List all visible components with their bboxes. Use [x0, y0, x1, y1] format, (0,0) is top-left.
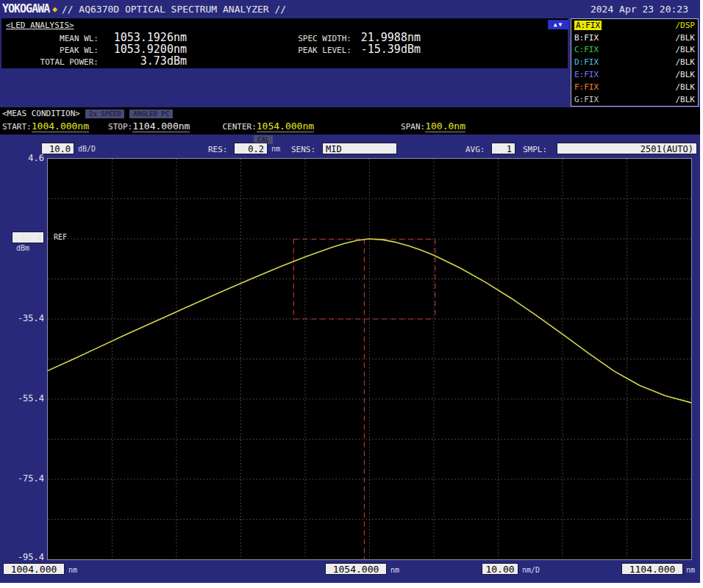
- stop-wavelength-field[interactable]: 1104.000nm: [132, 121, 190, 132]
- trace-f-name: F:FIX: [574, 82, 599, 92]
- spectrum-chart[interactable]: [47, 158, 692, 560]
- meas-condition-values-row: START: 1004.000nm STOP: 1104.000nm CENTE…: [0, 121, 700, 132]
- trace-b-name: B:FIX: [574, 33, 599, 43]
- x-axis-scale-unit-label: nm/D: [522, 566, 540, 574]
- speed-mode-badge: 2x SPEED: [85, 110, 124, 118]
- resolution-field[interactable]: 0.2: [234, 143, 268, 154]
- mean-wl-label: MEAN WL:: [1, 34, 99, 43]
- trace-row-f[interactable]: F:FIX /BLK: [571, 81, 698, 93]
- x-axis-stop-field[interactable]: 1104.000: [621, 563, 683, 575]
- trace-d-name: D:FIX: [574, 57, 599, 67]
- resolution-label: RES:: [208, 145, 228, 154]
- trace-scroll-arrows-icon[interactable]: ▲▼: [548, 20, 569, 29]
- y-axis-label-75: -75.4: [9, 473, 44, 484]
- start-wavelength-field[interactable]: 1004.000nm: [32, 121, 89, 132]
- trace-d-mode: /BLK: [676, 57, 696, 67]
- trace-row-g[interactable]: G:FIX /BLK: [571, 93, 698, 106]
- averaging-label: AVG:: [465, 145, 485, 154]
- spec-width-label: SPEC WIDTH:: [282, 34, 352, 43]
- analysis-row-mean-wl: MEAN WL: 1053.1926nm: [1, 31, 187, 43]
- trace-row-e[interactable]: E:FIX /BLK: [571, 68, 698, 81]
- brand-diamond-icon: ◆: [52, 4, 57, 14]
- x-axis-start-field[interactable]: 1004.000: [3, 563, 65, 575]
- trace-list-panel: A:FIX /DSP B:FIX /BLK C:FIX /BLK D:FIX /…: [571, 18, 699, 107]
- led-analysis-panel: <LED ANALYSIS> MEAN WL: 1053.1926nm PEAK…: [1, 18, 568, 68]
- page-title: // AQ6370D OPTICAL SPECTRUM ANALYZER //: [62, 4, 286, 15]
- level-scale-unit-label: dB/D: [78, 145, 96, 153]
- x-axis-stop-unit-label: nm: [686, 566, 695, 574]
- osa-screen: YOKOGAWA ◆ // AQ6370D OPTICAL SPECTRUM A…: [0, 0, 700, 583]
- sampling-label: SMPL:: [523, 145, 547, 154]
- connector-type-badge: ANGLED PC: [129, 110, 173, 118]
- x-axis-scale-field[interactable]: 10.00: [482, 563, 518, 575]
- spectrum-trace-plot: [48, 159, 691, 559]
- y-axis-label-35: -35.4: [9, 313, 44, 323]
- center-wavelength-field[interactable]: 1054.000nm: [257, 121, 314, 132]
- datetime-display: 2024 Apr 23 20:23: [590, 4, 688, 15]
- trace-a-name: A:FIX: [574, 21, 602, 30]
- sensitivity-label: SENS:: [291, 145, 315, 154]
- analysis-heading: <LED ANALYSIS>: [6, 21, 74, 30]
- analysis-right-column: SPEC WIDTH: 21.9988nm PEAK LEVEL: -15.39…: [282, 31, 421, 54]
- y-axis-label-95: -95.4: [9, 552, 44, 562]
- trace-row-d[interactable]: D:FIX /BLK: [571, 56, 698, 68]
- peak-level-value: -15.39dBm: [357, 43, 421, 56]
- y-axis-label-55: -55.4: [9, 393, 44, 404]
- trace-b-mode: /BLK: [676, 33, 696, 43]
- analysis-row-peak-level: PEAK LEVEL: -15.39dBm: [282, 43, 421, 54]
- meas-condition-header-row: <MEAS CONDITION> 2x SPEED ANGLED PC: [0, 107, 700, 119]
- resolution-unit-label: nm: [271, 145, 280, 153]
- y-axis-top-label: 4.6: [9, 153, 44, 163]
- sensitivity-field[interactable]: MID: [322, 143, 397, 154]
- peak-wl-label: PEAK WL:: [1, 46, 99, 55]
- brand-logo: YOKOGAWA: [2, 2, 49, 15]
- trace-c-mode: /BLK: [676, 45, 696, 54]
- stop-label: STOP:: [108, 122, 132, 132]
- analysis-left-column: MEAN WL: 1053.1926nm PEAK WL: 1053.9200n…: [1, 31, 187, 66]
- meas-condition-heading: <MEAS CONDITION>: [2, 109, 80, 118]
- sampling-field[interactable]: 2501(AUTO): [557, 143, 697, 154]
- total-power-label: TOTAL POWER:: [1, 57, 99, 67]
- x-axis-start-unit-label: nm: [68, 566, 77, 574]
- x-axis-center-unit-label: nm: [390, 566, 399, 574]
- trace-f-mode: /BLK: [676, 82, 696, 92]
- trace-e-mode: /BLK: [676, 70, 696, 79]
- trace-row-a[interactable]: A:FIX /DSP: [571, 19, 698, 32]
- y-axis-unit-label: dBm: [16, 244, 29, 252]
- level-scale-field[interactable]: 10.0: [41, 143, 74, 154]
- trace-g-mode: /BLK: [676, 95, 696, 104]
- span-label: SPAN:: [401, 122, 425, 132]
- trace-g-name: G:FIX: [574, 95, 599, 104]
- peak-level-label: PEAK LEVEL:: [282, 46, 352, 55]
- ref-line-label: REF: [54, 233, 67, 241]
- ref-level-field[interactable]: -15.4: [12, 232, 44, 243]
- averaging-field[interactable]: 1: [491, 143, 515, 154]
- trace-a-mode: /DSP: [676, 21, 696, 30]
- trace-row-c[interactable]: C:FIX /BLK: [571, 44, 698, 57]
- start-label: START:: [2, 122, 32, 132]
- trace-row-b[interactable]: B:FIX /BLK: [571, 32, 698, 44]
- trace-c-name: C:FIX: [574, 45, 599, 54]
- total-power-value: 3.73dBm: [104, 54, 187, 68]
- analysis-row-peak-wl: PEAK WL: 1053.9200nm: [1, 43, 187, 54]
- x-axis-center-field[interactable]: 1054.000: [325, 563, 387, 575]
- title-bar: YOKOGAWA ◆ // AQ6370D OPTICAL SPECTRUM A…: [0, 0, 700, 18]
- span-field[interactable]: 100.0nm: [425, 121, 465, 132]
- center-label: CENTER:: [222, 122, 256, 132]
- meas-condition-panel: <MEAS CONDITION> 2x SPEED ANGLED PC STAR…: [0, 107, 700, 135]
- analysis-row-total-power: TOTAL POWER: 3.73dBm: [1, 54, 187, 66]
- trace-e-name: E:FIX: [574, 70, 599, 79]
- analysis-row-spec-width: SPEC WIDTH: 21.9988nm: [282, 31, 421, 43]
